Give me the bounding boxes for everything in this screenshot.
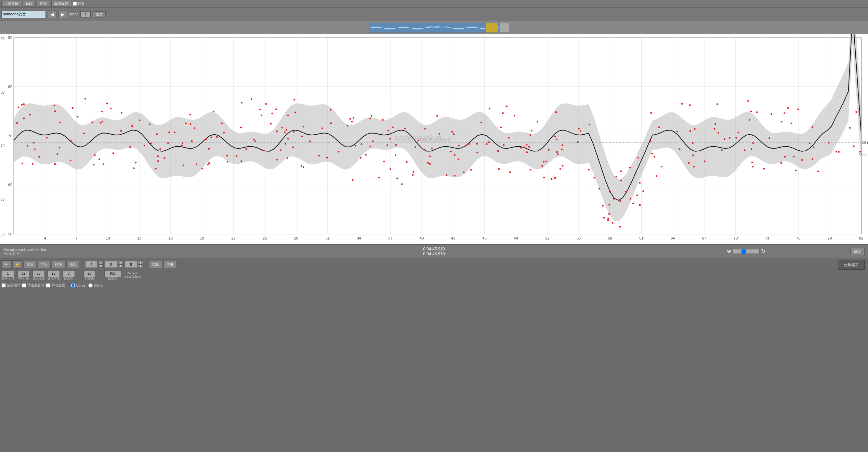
confirm-btn[interactable]: 确定 [850,248,865,255]
y-label-70: 70 [1,144,4,148]
playback-controls: W ↻ [727,248,765,255]
next-btn[interactable]: ▶ [58,11,67,18]
notedist-input[interactable] [83,270,96,277]
spinner-input3[interactable] [125,261,137,268]
ref-value-label: 68.6 [859,152,867,156]
result-btn[interactable]: 结果 [37,1,50,7]
main-chart-canvas[interactable] [0,34,868,244]
top-toolbar: 上传音频 返回 结果 标点标记 翻页 [0,0,868,8]
maxnote-val-param: 最高音 [104,270,121,281]
time-display: 0:04:45.910 0:04:45.910 [423,247,445,256]
maxnote-param: 最高音 [63,270,75,281]
bottom-row1: ✏ ⚡ 导出 导入 排序 输入 ▲ ▼ ▲ ▼ [1,260,867,269]
spinner-group1: ▲ ▼ [85,261,104,268]
page-checkbox-input[interactable] [73,1,77,6]
spinner-down3[interactable]: ▼ [138,264,143,268]
smooth-btn[interactable]: 拉直 [149,261,162,268]
playback-slider[interactable] [732,249,760,254]
sep2 [146,261,146,268]
pencil-icon-btn[interactable]: ✏ [1,260,11,269]
maxnote-input1[interactable] [63,270,75,277]
second-toolbar: ◀ ▶ speed 主页 [0,8,868,21]
worm-radio-label[interactable]: Worm [88,283,103,288]
open-param-label: 开/关·仅 [18,277,29,281]
spinner-down2[interactable]: ▼ [118,264,123,268]
speed-param-label: 速率·力度 [1,277,15,281]
y-label-60: 60 [1,197,4,201]
prev-btn[interactable]: ◀ [48,11,56,18]
speed-indicator: W [727,249,731,254]
default-param: Default3.515(1 bar) [124,272,141,279]
guide-btn[interactable]: 导引 [163,261,176,268]
speed-input[interactable] [80,11,91,17]
speed-label: speed [69,12,78,16]
track-name-input[interactable] [1,11,46,18]
read-speed-checkbox[interactable]: 读速度音节 [22,283,44,288]
sep4 [100,272,100,279]
input-btn[interactable]: 输入 [66,261,79,268]
manual-speed-input[interactable] [46,283,50,288]
open-param: 开/关·仅 [17,270,30,281]
notedist-param: 音距离 [83,270,96,281]
chart-container: 90 80 70 60 50 68.6 watermark [0,34,868,244]
curve-worm-radio: Curve Worm [71,283,103,288]
sep1 [82,261,82,268]
spinner-group2: ▲ ▼ [105,261,123,268]
y-label-90: 90 [1,37,4,41]
spinner-up3[interactable]: ▲ [138,261,143,264]
export-btn[interactable]: 导出 [23,261,36,268]
maxnote-param-label: 最高音 [64,277,73,281]
waveform-end [500,23,509,32]
hint-line1: Manually mark beat with key [3,248,47,251]
spinner-input2[interactable] [105,261,117,268]
spinner-down1[interactable]: ▼ [98,264,104,268]
upload-audio-btn[interactable]: 上传音频 [1,1,21,7]
status-bar: Manually mark beat with key (A, S, D, F)… [0,244,868,258]
curve-radio[interactable] [71,283,75,288]
import-btn[interactable]: 导入 [38,261,51,268]
page-checkbox-label: 翻页 [78,1,84,6]
waveform-area [0,21,868,34]
worm-label: Worm [94,284,103,287]
bottom-row4: 范围编辑 读速度音节 手动速度 Curve Worm [1,282,867,289]
sort-btn[interactable]: 排序 [52,261,65,268]
speeddown-param: 速度下滑 [48,270,60,281]
speed-val[interactable] [2,270,14,277]
spinner-input1[interactable] [85,261,97,268]
worm-radio[interactable] [88,283,93,288]
tone-input[interactable] [32,270,45,277]
curve-radio-label[interactable]: Curve [71,283,86,288]
spinner-up1[interactable]: ▲ [98,261,104,264]
spinner-arrows3: ▲ ▼ [138,261,143,268]
spinner-arrows2: ▲ ▼ [118,261,123,268]
read-speed-input[interactable] [22,283,26,288]
speed-param: 速率·力度 [1,270,15,281]
tone-param-label: 通道设置 [32,277,45,281]
segment-btn[interactable]: 分乐器页 [838,260,865,270]
bolt-icon-btn[interactable]: ⚡ [12,260,22,269]
open-input1[interactable] [17,270,30,277]
manual-speed-label: 手动速度 [51,283,65,288]
bottom-toolbar: ✏ ⚡ 导出 导入 排序 输入 ▲ ▼ ▲ ▼ [0,258,868,302]
speeddown-param-label: 速度下滑 [48,277,60,281]
time2: 0:04:45.910 [423,251,445,256]
hint-line2: (A, S, D, F) [3,251,47,255]
spinner-up2[interactable]: ▲ [118,261,123,264]
open-param-inputs [17,270,30,277]
range-edit-checkbox[interactable]: 范围编辑 [1,283,21,288]
curve-label: Curve [76,284,86,287]
home-btn[interactable]: 主页 [93,11,106,17]
range-edit-label: 范围编辑 [7,283,21,288]
back-btn[interactable]: 返回 [23,1,36,7]
bottom-toolbar-wrapper: ✏ ⚡ 导出 导入 排序 输入 ▲ ▼ ▲ ▼ [0,258,868,302]
speeddown-input[interactable] [48,270,60,277]
waveform-svg [369,23,499,32]
maxnote-val-input[interactable] [104,270,121,277]
mark-btn[interactable]: 标点标记 [51,1,71,7]
range-edit-input[interactable] [1,283,6,288]
sep5 [68,282,68,289]
page-checkbox: 翻页 [73,1,84,6]
status-hint: Manually mark beat with key (A, S, D, F) [3,248,47,255]
waveform-thumb[interactable] [485,23,498,32]
manual-speed-checkbox[interactable]: 手动速度 [46,283,65,288]
